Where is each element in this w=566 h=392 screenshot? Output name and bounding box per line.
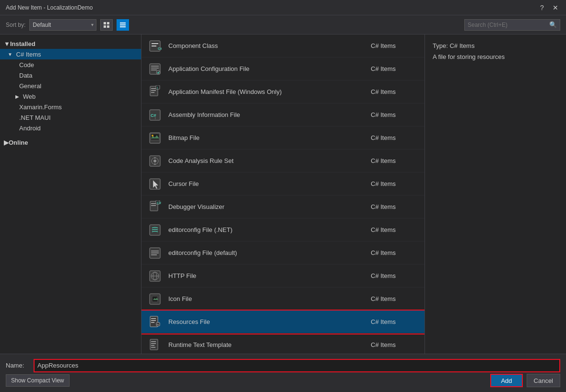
installed-label: Installed: [10, 40, 35, 47]
table-row[interactable]: C# Component Class C# Items: [142, 35, 424, 58]
table-row[interactable]: editorconfig File (.NET) C# Items: [142, 219, 424, 242]
file-icon-cursor: [147, 176, 163, 192]
file-name: HTTP File: [168, 272, 371, 279]
svg-rect-2: [104, 25, 106, 28]
svg-rect-52: [151, 320, 156, 321]
file-type: C# Items: [371, 341, 419, 348]
file-icon-manifest: !: [147, 84, 163, 100]
search-input[interactable]: [465, 22, 546, 28]
file-name: editorconfig File (default): [168, 249, 371, 256]
file-list: C# Component Class C# Items Application …: [142, 35, 424, 354]
sort-select-wrap: Default: [29, 19, 96, 31]
close-button[interactable]: ✕: [551, 4, 560, 12]
sidebar-item-code[interactable]: Code: [0, 59, 141, 70]
table-row[interactable]: Bitmap File C# Items: [142, 127, 424, 150]
file-icon-http: [147, 268, 163, 284]
table-row[interactable]: ! Application Manifest File (Windows Onl…: [142, 81, 424, 104]
installed-header[interactable]: ▼ Installed: [0, 38, 141, 49]
sort-select[interactable]: Default: [29, 19, 96, 31]
sidebar-item-csharp[interactable]: ▼ C# Items: [0, 49, 141, 59]
svg-rect-5: [120, 24, 126, 25]
file-name: Application Manifest File (Windows Only): [168, 88, 371, 95]
svg-rect-0: [104, 22, 106, 24]
svg-text:C#: C#: [157, 201, 161, 205]
svg-rect-59: [151, 347, 155, 348]
svg-rect-3: [107, 25, 109, 28]
sidebar-item-xamarin[interactable]: Xamarin.Forms: [0, 102, 141, 112]
compact-view-button[interactable]: Show Compact View: [6, 374, 70, 387]
table-row-selected[interactable]: Resources File C# Items: [142, 311, 424, 334]
sidebar-item-maui[interactable]: .NET MAUI: [0, 112, 141, 123]
file-type: C# Items: [371, 203, 419, 210]
table-row[interactable]: editorconfig File (default) C# Items: [142, 242, 424, 265]
svg-rect-58: [151, 345, 154, 346]
file-icon-debugger: C#: [147, 199, 163, 215]
svg-rect-39: [150, 225, 160, 235]
file-name: Assembly Information File: [168, 111, 371, 118]
grid-view-button[interactable]: [100, 19, 113, 31]
svg-rect-42: [151, 253, 159, 254]
file-type: C# Items: [371, 88, 419, 95]
toolbar: Sort by: Default 🔍: [0, 15, 566, 35]
actions-row: Show Compact View Add Cancel: [6, 374, 560, 387]
svg-rect-35: [151, 203, 156, 204]
sidebar-item-general[interactable]: General: [0, 81, 141, 91]
csharp-section: ▼ C# Items Code Data General ▶ Web Xamar…: [0, 49, 141, 133]
file-type: C# Items: [371, 134, 419, 141]
table-row[interactable]: Cursor File C# Items: [142, 173, 424, 196]
file-name: Component Class: [168, 42, 371, 49]
bottom-bar: Name: Show Compact View Add Cancel: [0, 354, 566, 392]
file-name: Bitmap File: [168, 134, 371, 141]
table-row[interactable]: C# i Assembly Information File C# Items: [142, 104, 424, 127]
file-name: Code Analysis Rule Set: [168, 157, 371, 164]
svg-point-30: [153, 160, 156, 162]
file-name: Debugger Visualizer: [168, 203, 371, 210]
file-type: C# Items: [371, 272, 419, 279]
table-row[interactable]: C# Debugger Visualizer C# Items: [142, 196, 424, 219]
name-input[interactable]: [34, 359, 560, 372]
file-icon-editorconfig-default: [147, 245, 163, 261]
file-type: C# Items: [371, 111, 419, 118]
help-button[interactable]: ?: [537, 4, 547, 12]
file-type: C# Items: [371, 157, 419, 164]
svg-rect-19: [151, 92, 154, 93]
svg-text:C#: C#: [158, 47, 162, 50]
cancel-button[interactable]: Cancel: [527, 374, 560, 387]
info-type: Type: C# Items: [433, 42, 558, 49]
dialog-title: Add New Item - LocalizationDemo: [6, 4, 93, 11]
svg-rect-56: [151, 341, 156, 342]
svg-rect-57: [151, 343, 156, 344]
info-description: A file for storing resources: [433, 53, 558, 60]
online-header[interactable]: ▶ Online: [0, 137, 141, 148]
file-type: C# Items: [371, 65, 419, 72]
type-value: C# Items: [449, 42, 474, 49]
file-name: Icon File: [168, 295, 371, 302]
title-bar: Add New Item - LocalizationDemo ? ✕: [0, 0, 566, 15]
file-type: C# Items: [371, 180, 419, 187]
svg-rect-4: [120, 23, 126, 23]
file-type: C# Items: [371, 226, 419, 233]
file-icon-bitmap: [147, 130, 163, 146]
file-icon-assembly: C# i: [147, 107, 163, 123]
info-panel: Type: C# Items A file for storing resour…: [424, 35, 566, 354]
table-row[interactable]: Code Analysis Rule Set C# Items: [142, 150, 424, 173]
table-row[interactable]: HTTP File C# Items: [142, 265, 424, 288]
list-view-button[interactable]: [117, 19, 129, 31]
sidebar-item-web[interactable]: ▶ Web: [0, 91, 141, 102]
svg-rect-43: [151, 254, 157, 255]
sidebar-item-android[interactable]: Android: [0, 123, 141, 133]
add-button[interactable]: Add: [490, 374, 522, 387]
svg-rect-36: [151, 205, 156, 206]
file-name: Cursor File: [168, 180, 371, 187]
dialog-buttons: Add Cancel: [490, 374, 560, 387]
file-name: editorconfig File (.NET): [168, 226, 371, 233]
svg-rect-12: [151, 66, 159, 67]
svg-rect-8: [152, 43, 158, 44]
file-name: Resources File: [168, 318, 371, 325]
file-type: C# Items: [371, 295, 419, 302]
sidebar-item-data[interactable]: Data: [0, 70, 141, 81]
table-row[interactable]: Application Configuration File C# Items: [142, 58, 424, 81]
online-arrow: ▶: [4, 139, 9, 146]
table-row[interactable]: Icon File C# Items: [142, 288, 424, 311]
table-row[interactable]: Runtime Text Template C# Items: [142, 334, 424, 354]
